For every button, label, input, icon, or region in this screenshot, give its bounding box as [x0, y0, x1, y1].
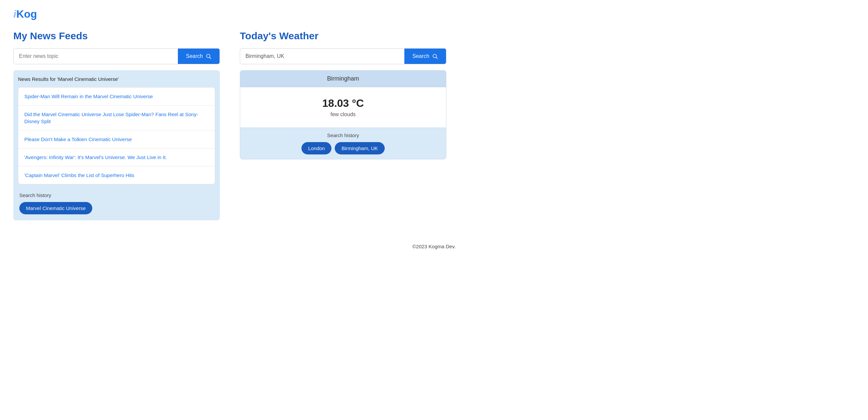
news-articles-list: Spider-Man Will Remain in the Marvel Cin…	[18, 87, 215, 184]
app-logo: iKog	[0, 0, 868, 24]
news-article-item[interactable]: 'Captain Marvel' Climbs the List of Supe…	[18, 166, 215, 184]
weather-history-tag[interactable]: London	[302, 142, 332, 154]
news-results-header: News Results for 'Marvel Cinematic Unive…	[18, 75, 215, 83]
news-search-icon	[206, 53, 212, 59]
logo-icon-i: i	[13, 8, 16, 20]
news-article-link[interactable]: Did the Marvel Cinematic Universe Just L…	[24, 111, 198, 124]
news-search-button[interactable]: Search	[178, 49, 219, 64]
footer: ©2023 Kogma Dev.	[0, 234, 868, 259]
weather-history-tags: LondonBirmingham, UK	[246, 142, 441, 154]
news-search-history-section: Search history Marvel Cinematic Universe	[18, 189, 215, 216]
weather-city-name: Birmingham	[240, 70, 446, 87]
weather-history-label: Search history	[246, 132, 441, 138]
news-article-link[interactable]: Please Don't Make a Tolkien Cinematic Un…	[24, 136, 132, 142]
news-article-item[interactable]: 'Avengers: Infinity War': It's Marvel's …	[18, 149, 215, 166]
news-search-history-label: Search history	[19, 192, 214, 198]
news-history-tags: Marvel Cinematic Universe	[19, 202, 214, 214]
weather-history-tag[interactable]: Birmingham, UK	[335, 142, 384, 154]
weather-search-button-label: Search	[412, 53, 429, 59]
svg-line-3	[436, 57, 437, 59]
news-search-button-label: Search	[186, 53, 203, 59]
news-article-link[interactable]: Spider-Man Will Remain in the Marvel Cin…	[24, 94, 153, 99]
news-article-link[interactable]: 'Captain Marvel' Climbs the List of Supe…	[24, 172, 134, 178]
footer-text: ©2023 Kogma Dev.	[412, 244, 456, 249]
news-article-item[interactable]: Spider-Man Will Remain in the Marvel Cin…	[18, 88, 215, 105]
news-feeds-title: My News Feeds	[13, 30, 220, 42]
svg-line-1	[210, 57, 211, 59]
weather-panel-outer: Today's Weather Search Birmingham 18.03 …	[240, 30, 446, 159]
news-search-bar: Search	[13, 48, 220, 64]
weather-temperature: 18.03 °C	[247, 97, 439, 109]
news-history-tag[interactable]: Marvel Cinematic Universe	[19, 202, 92, 214]
weather-panel: Birmingham 18.03 °C few clouds Search hi…	[240, 70, 446, 159]
weather-history-section: Search history LondonBirmingham, UK	[240, 128, 446, 159]
news-article-item[interactable]: Please Don't Make a Tolkien Cinematic Un…	[18, 130, 215, 149]
weather-info: 18.03 °C few clouds	[240, 87, 446, 128]
news-article-item[interactable]: Did the Marvel Cinematic Universe Just L…	[18, 105, 215, 130]
weather-search-icon	[432, 53, 438, 59]
weather-title: Today's Weather	[240, 30, 446, 42]
logo-text: Kog	[16, 8, 37, 20]
weather-description: few clouds	[247, 111, 439, 118]
news-article-link[interactable]: 'Avengers: Infinity War': It's Marvel's …	[24, 154, 167, 160]
weather-search-button[interactable]: Search	[404, 49, 446, 64]
news-results-panel: News Results for 'Marvel Cinematic Unive…	[13, 70, 220, 220]
main-content: My News Feeds Search News Results for 'M…	[0, 24, 868, 234]
weather-search-bar: Search	[240, 48, 446, 64]
news-search-input[interactable]	[14, 49, 178, 64]
weather-search-input[interactable]	[240, 49, 404, 64]
news-feeds-panel: My News Feeds Search News Results for 'M…	[13, 30, 220, 220]
